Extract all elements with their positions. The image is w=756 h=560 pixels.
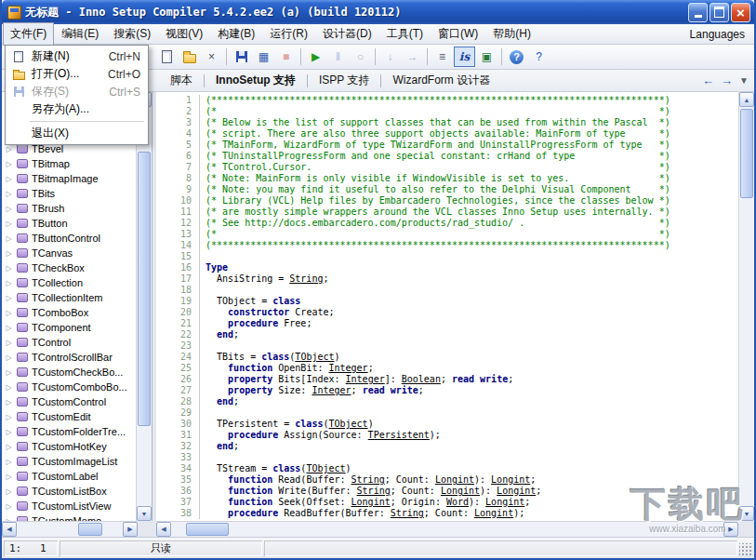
help-button[interactable]: ? bbox=[506, 47, 527, 67]
scroll-right-button[interactable] bbox=[123, 522, 138, 537]
expand-chevron-icon[interactable]: ▷ bbox=[5, 160, 13, 168]
expand-chevron-icon[interactable]: ▷ bbox=[5, 249, 13, 258]
run-button[interactable]: ▶ bbox=[305, 47, 326, 67]
expand-chevron-icon[interactable]: ▷ bbox=[5, 502, 13, 511]
tree-item-tcustomcheckbo[interactable]: ▷TCustomCheckBo... bbox=[2, 365, 136, 380]
tree-item-tcomponent[interactable]: ▷TComponent bbox=[2, 320, 136, 335]
scroll-thumb[interactable] bbox=[78, 523, 102, 536]
tab-list-dropdown-icon[interactable]: ▼ bbox=[739, 75, 749, 86]
terminate-button[interactable]: ○ bbox=[350, 47, 371, 67]
stop-compile-button[interactable]: ■ bbox=[275, 47, 297, 67]
tree-item-tcustomcontrol[interactable]: ▷TCustomControl bbox=[2, 394, 136, 409]
editor-horizontal-scrollbar[interactable] bbox=[156, 521, 738, 537]
tree-item-tbitmap[interactable]: ▷TBitmap bbox=[2, 156, 136, 171]
step-over-button[interactable]: → bbox=[402, 47, 423, 67]
expand-chevron-icon[interactable]: ▷ bbox=[5, 473, 13, 481]
expand-chevron-icon[interactable]: ▷ bbox=[5, 234, 13, 243]
scroll-up-button[interactable] bbox=[739, 92, 754, 107]
innosetup-support-button[interactable]: is bbox=[454, 47, 475, 67]
tree-item-tcustommemo[interactable]: ▷TCustomMemo bbox=[2, 513, 136, 521]
expand-chevron-icon[interactable]: ▷ bbox=[5, 205, 13, 213]
scroll-thumb[interactable] bbox=[138, 152, 151, 426]
expand-chevron-icon[interactable]: ▷ bbox=[5, 458, 13, 466]
menubar-item-run[interactable]: 运行(R) bbox=[262, 22, 315, 46]
expand-chevron-icon[interactable]: ▷ bbox=[5, 383, 13, 392]
expand-chevron-icon[interactable]: ▷ bbox=[5, 368, 13, 377]
expand-chevron-icon[interactable]: ▷ bbox=[5, 309, 13, 317]
scroll-track[interactable] bbox=[171, 522, 723, 537]
tree-item-tcustomlistbox[interactable]: ▷TCustomListBox bbox=[2, 484, 136, 499]
tree-item-tcustomcombobo[interactable]: ▷TCustomComboBo... bbox=[2, 380, 136, 394]
file-menu-item-new[interactable]: 新建(N)Ctrl+N bbox=[7, 47, 146, 65]
class-tree[interactable]: ▷TBevel▷TBitmap▷TBitmapImage▷TBits▷TBrus… bbox=[2, 92, 136, 521]
open-script-button[interactable] bbox=[179, 47, 200, 67]
tree-item-tbuttoncontrol[interactable]: ▷TButtonControl bbox=[2, 231, 136, 246]
scroll-left-button[interactable] bbox=[2, 522, 17, 537]
menubar-item-edit[interactable]: 编辑(E) bbox=[54, 22, 106, 46]
tree-item-tcustomedit[interactable]: ▷TCustomEdit bbox=[2, 409, 136, 424]
nav-back-icon[interactable]: ← bbox=[702, 74, 714, 87]
tree-item-tbits[interactable]: ▷TBits bbox=[2, 186, 136, 201]
scroll-right-button[interactable] bbox=[723, 522, 738, 537]
expand-chevron-icon[interactable]: ▷ bbox=[5, 443, 13, 451]
close-script-button[interactable]: × bbox=[201, 47, 222, 67]
editor-vertical-scrollbar[interactable] bbox=[738, 92, 754, 521]
expand-chevron-icon[interactable]: ▷ bbox=[5, 220, 13, 228]
scroll-left-button[interactable] bbox=[156, 522, 171, 537]
tree-item-tbrush[interactable]: ▷TBrush bbox=[2, 201, 136, 216]
tab-ispp-support[interactable]: ISPP 支持 bbox=[308, 69, 380, 92]
code-editor[interactable]: 1(**************************************… bbox=[156, 92, 738, 521]
expand-chevron-icon[interactable]: ▷ bbox=[5, 398, 13, 407]
expand-chevron-icon[interactable]: ▷ bbox=[5, 190, 13, 198]
expand-chevron-icon[interactable]: ▷ bbox=[5, 145, 13, 153]
expand-chevron-icon[interactable]: ▷ bbox=[5, 413, 13, 421]
tree-horizontal-scrollbar[interactable] bbox=[2, 521, 138, 537]
file-menu-item-open[interactable]: 打开(O)...Ctrl+O bbox=[7, 65, 146, 83]
scroll-down-button[interactable] bbox=[739, 506, 754, 521]
tree-item-tcheckbox[interactable]: ▷TCheckBox bbox=[2, 260, 136, 275]
tree-item-tcustomfoldertre[interactable]: ▷TCustomFolderTre... bbox=[2, 424, 136, 439]
tree-item-tcustomlabel[interactable]: ▷TCustomLabel bbox=[2, 469, 136, 484]
menubar-item-file[interactable]: 文件(F) bbox=[3, 22, 54, 46]
menubar-item-languages[interactable]: Languages bbox=[681, 25, 754, 44]
scroll-thumb[interactable] bbox=[186, 523, 229, 536]
titlebar[interactable]: 无标题 - Inno Setup Compiler 5.4.2.ee2 (a) … bbox=[2, 0, 754, 24]
expand-chevron-icon[interactable]: ▷ bbox=[5, 264, 13, 273]
scroll-down-button[interactable] bbox=[137, 506, 152, 521]
new-script-button[interactable] bbox=[156, 47, 178, 67]
tree-item-tcustomhotkey[interactable]: ▷TCustomHotKey bbox=[2, 439, 136, 454]
minimize-button[interactable] bbox=[688, 3, 708, 22]
tree-item-tcontrolscrollbar[interactable]: ▷TControlScrollBar bbox=[2, 350, 136, 365]
menubar-item-help[interactable]: 帮助(H) bbox=[485, 22, 538, 46]
step-into-button[interactable]: ↓ bbox=[379, 47, 401, 67]
tree-item-tbitmapimage[interactable]: ▷TBitmapImage bbox=[2, 171, 136, 186]
tab-wizardform-designer[interactable]: WizardForm 设计器 bbox=[381, 69, 501, 92]
menubar-item-search[interactable]: 搜索(S) bbox=[106, 22, 158, 46]
compile-button[interactable]: ▦ bbox=[253, 47, 274, 67]
menubar-item-tools[interactable]: 工具(T) bbox=[379, 22, 431, 46]
tree-item-tbutton[interactable]: ▷TButton bbox=[2, 216, 136, 231]
tab-script[interactable]: 脚本 bbox=[159, 69, 204, 92]
scroll-thumb[interactable] bbox=[740, 109, 753, 198]
menubar-item-designer[interactable]: 设计器(D) bbox=[315, 22, 379, 46]
tree-item-tcollection[interactable]: ▷TCollection bbox=[2, 275, 136, 290]
tree-item-tcanvas[interactable]: ▷TCanvas bbox=[2, 246, 136, 260]
tree-item-tcustomimagelist[interactable]: ▷TCustomImageList bbox=[2, 454, 136, 469]
expand-chevron-icon[interactable]: ▷ bbox=[5, 175, 13, 183]
file-menu-item-exit[interactable]: 退出(X) bbox=[7, 125, 146, 142]
expand-chevron-icon[interactable]: ▷ bbox=[5, 353, 13, 362]
nav-forward-icon[interactable]: → bbox=[721, 74, 733, 87]
tree-item-tcustomlistview[interactable]: ▷TCustomListView bbox=[2, 499, 136, 513]
menubar-item-view[interactable]: 视图(V) bbox=[158, 22, 210, 46]
expand-chevron-icon[interactable]: ▷ bbox=[5, 339, 13, 347]
menubar-item-build[interactable]: 构建(B) bbox=[210, 22, 262, 46]
tree-item-tcollectionitem[interactable]: ▷TCollectionItem bbox=[2, 290, 136, 305]
expand-chevron-icon[interactable]: ▷ bbox=[5, 487, 13, 496]
tree-vertical-scrollbar[interactable] bbox=[136, 92, 152, 521]
scroll-track[interactable] bbox=[17, 522, 123, 537]
expand-chevron-icon[interactable]: ▷ bbox=[5, 428, 13, 436]
save-script-button[interactable] bbox=[231, 47, 252, 67]
menubar-item-window[interactable]: 窗口(W) bbox=[431, 22, 485, 46]
options-button[interactable]: ≡ bbox=[431, 47, 453, 67]
expand-chevron-icon[interactable]: ▷ bbox=[5, 294, 13, 302]
